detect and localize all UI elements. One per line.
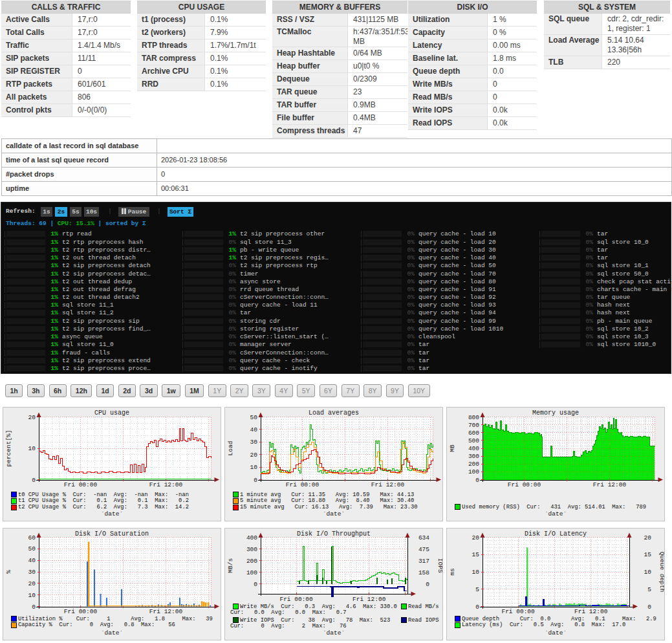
- svg-text:40: 40: [250, 426, 258, 433]
- svg-text:10: 10: [644, 569, 652, 576]
- svg-text:Disk I/O Saturation: Disk I/O Saturation: [75, 530, 149, 538]
- svg-text:5: 5: [475, 586, 479, 593]
- svg-text:200: 200: [246, 558, 257, 565]
- svg-text:Fri 12:00: Fri 12:00: [574, 608, 608, 615]
- svg-text:50: 50: [250, 414, 258, 421]
- svg-text:Fri 12:00: Fri 12:00: [593, 481, 627, 488]
- svg-text:100: 100: [246, 569, 257, 576]
- svg-text:500: 500: [468, 437, 479, 444]
- svg-text:`date`: `date`: [101, 510, 123, 518]
- svg-text:`date`: `date`: [545, 510, 567, 518]
- svg-text:Fri 00:00: Fri 00:00: [279, 596, 313, 603]
- svg-text:%: %: [5, 570, 12, 574]
- svg-text:40: 40: [28, 557, 36, 564]
- svg-text:20: 20: [28, 580, 36, 587]
- svg-text:Fri 12:00: Fri 12:00: [371, 481, 405, 488]
- svg-text:Disk I/O Latency: Disk I/O Latency: [525, 530, 587, 538]
- svg-text:Load averages: Load averages: [309, 409, 359, 417]
- svg-text:20: 20: [250, 452, 258, 459]
- svg-text:800: 800: [468, 414, 479, 421]
- svg-text:400: 400: [246, 534, 257, 541]
- svg-text:600: 600: [468, 430, 479, 437]
- svg-text:10: 10: [28, 445, 36, 452]
- svg-text:`date`: `date`: [101, 629, 123, 637]
- svg-text:MB: MB: [449, 444, 456, 452]
- svg-text:20: 20: [644, 534, 652, 541]
- svg-text:300: 300: [468, 453, 479, 460]
- svg-text:30: 30: [28, 569, 36, 576]
- svg-text:300: 300: [246, 546, 257, 553]
- svg-text:10: 10: [472, 569, 480, 576]
- svg-text:50: 50: [28, 545, 36, 552]
- svg-text:0: 0: [32, 604, 36, 611]
- svg-text:Fri 00:00: Fri 00:00: [64, 481, 98, 488]
- svg-text:30: 30: [250, 439, 258, 446]
- svg-text:`date`: `date`: [323, 510, 345, 518]
- svg-text:20: 20: [28, 414, 36, 421]
- svg-text:15: 15: [472, 551, 480, 558]
- svg-text:475: 475: [418, 546, 429, 553]
- svg-text:100: 100: [468, 468, 479, 475]
- svg-text:Fri 12:00: Fri 12:00: [352, 596, 386, 603]
- svg-text:0: 0: [426, 581, 429, 588]
- svg-text:15: 15: [644, 551, 652, 558]
- svg-text:Queue depth: Queue depth: [658, 552, 664, 593]
- svg-text:200: 200: [468, 461, 479, 468]
- svg-text:MB/s: MB/s: [227, 558, 234, 573]
- svg-text:700: 700: [468, 422, 479, 429]
- svg-text:`date`: `date`: [545, 629, 567, 637]
- svg-text:0: 0: [475, 604, 479, 611]
- svg-text:Fri 00:00: Fri 00:00: [508, 481, 541, 488]
- svg-text:0: 0: [475, 477, 479, 484]
- svg-text:ms: ms: [449, 568, 456, 575]
- svg-text:Fri 00:00: Fri 00:00: [501, 608, 535, 615]
- svg-text:0: 0: [32, 477, 36, 484]
- svg-text:317: 317: [418, 558, 429, 565]
- svg-text:Fri 12:00: Fri 12:00: [149, 481, 183, 488]
- svg-text:IOPS: IOPS: [437, 558, 442, 573]
- svg-text:400: 400: [468, 445, 479, 452]
- svg-text:0: 0: [254, 581, 257, 588]
- svg-text:Disk I/O Throughput: Disk I/O Throughput: [297, 530, 371, 538]
- svg-text:Fri 12:00: Fri 12:00: [149, 608, 183, 615]
- svg-text:Fri 00:00: Fri 00:00: [64, 608, 98, 615]
- svg-text:CPU usage: CPU usage: [94, 409, 129, 417]
- svg-text:Load: Load: [227, 441, 234, 456]
- svg-text:Memory usage: Memory usage: [532, 409, 579, 417]
- svg-text:20: 20: [472, 534, 480, 541]
- svg-text:60: 60: [28, 534, 36, 541]
- svg-text:158: 158: [418, 569, 429, 576]
- svg-text:Fri 00:00: Fri 00:00: [286, 481, 320, 488]
- svg-text:634: 634: [418, 534, 429, 541]
- svg-text:percent[%]: percent[%]: [5, 430, 12, 466]
- svg-text:10: 10: [28, 592, 36, 599]
- svg-text:0: 0: [254, 477, 257, 484]
- svg-text:`date`: `date`: [323, 629, 345, 637]
- svg-text:10: 10: [250, 464, 258, 471]
- svg-text:0: 0: [647, 604, 651, 611]
- svg-text:5: 5: [647, 586, 651, 593]
